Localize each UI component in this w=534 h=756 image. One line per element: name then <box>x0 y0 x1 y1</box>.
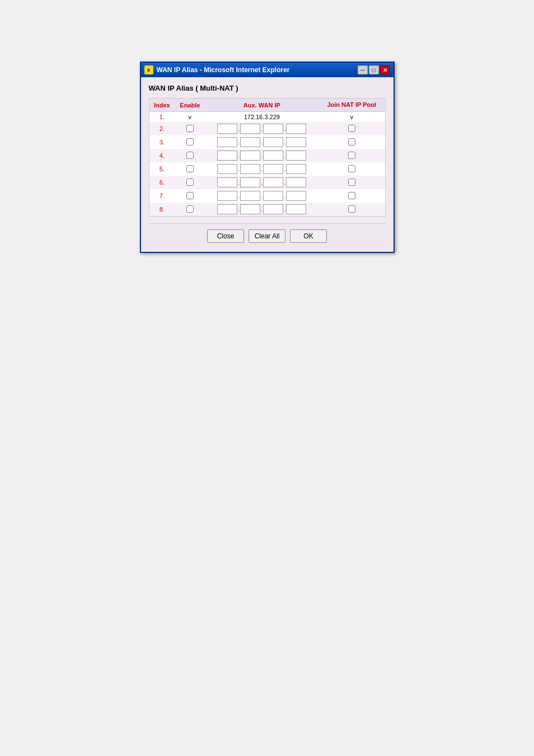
row3-octet2[interactable] <box>240 137 260 147</box>
window-title: WAN IP Alias - Microsoft Internet Explor… <box>157 66 290 74</box>
row7-octet4[interactable] <box>286 191 306 201</box>
row2-join <box>318 122 385 135</box>
window-icon: e <box>144 65 153 74</box>
row6-index: 6. <box>149 176 175 189</box>
row7-enable <box>175 189 205 203</box>
row4-octet3[interactable] <box>263 151 283 161</box>
row2-octet2[interactable] <box>240 124 260 134</box>
row6-enable <box>175 176 205 189</box>
row3-octet3[interactable] <box>263 137 283 147</box>
row5-enable <box>175 162 205 176</box>
row7-join <box>318 189 385 203</box>
row3-enable-checkbox[interactable] <box>186 138 194 145</box>
row6-octet2[interactable] <box>240 177 260 187</box>
row2-enable <box>175 122 205 135</box>
row1-ip: 172.16.3.229 <box>205 112 318 123</box>
row5-join-checkbox[interactable] <box>348 165 355 172</box>
row5-octet3[interactable] <box>263 164 283 174</box>
table-row-4: 4. . . . <box>149 149 385 162</box>
table-row-2: 2. . . . <box>149 122 385 135</box>
table-row-1: 1. v 172.16.3.229 v <box>149 112 385 123</box>
col-header-aux-wan-ip: Aux. WAN IP <box>205 98 318 112</box>
row4-enable-checkbox[interactable] <box>186 152 194 159</box>
row3-octet1[interactable] <box>217 137 237 147</box>
row7-enable-checkbox[interactable] <box>186 192 194 199</box>
row8-octet3[interactable] <box>263 204 283 214</box>
main-window: e WAN IP Alias - Microsoft Internet Expl… <box>140 62 395 253</box>
row6-join-checkbox[interactable] <box>348 179 355 186</box>
row2-index: 2. <box>149 122 175 135</box>
row3-join-checkbox[interactable] <box>348 138 355 145</box>
row3-octet4[interactable] <box>286 137 306 147</box>
row1-join: v <box>318 112 385 123</box>
row8-octet4[interactable] <box>286 204 306 214</box>
table-row-6: 6. . . . <box>149 176 385 189</box>
title-buttons: ─ □ ✕ <box>358 65 390 74</box>
row2-octet3[interactable] <box>263 124 283 134</box>
close-window-button[interactable]: ✕ <box>380 65 390 74</box>
row2-octet4[interactable] <box>286 124 306 134</box>
divider <box>149 223 386 224</box>
row5-octet2[interactable] <box>240 164 260 174</box>
row6-join <box>318 176 385 189</box>
section-title: WAN IP Alias ( Multi-NAT ) <box>149 84 386 92</box>
row8-octet1[interactable] <box>217 204 237 214</box>
row4-enable <box>175 149 205 162</box>
row8-enable-checkbox[interactable] <box>186 205 194 213</box>
row7-octet1[interactable] <box>217 191 237 201</box>
row4-octet2[interactable] <box>240 151 260 161</box>
row8-ip: . . . <box>205 203 318 216</box>
row7-octet3[interactable] <box>263 191 283 201</box>
row2-octet1[interactable] <box>217 124 237 134</box>
row7-octet2[interactable] <box>240 191 260 201</box>
maximize-button[interactable]: □ <box>369 65 379 74</box>
row3-index: 3. <box>149 135 175 149</box>
row8-octet2[interactable] <box>240 204 260 214</box>
table-row-5: 5. . . . <box>149 162 385 176</box>
row7-ip: . . . <box>205 189 318 203</box>
wan-ip-table: Index Enable Aux. WAN IP Join NAT IP Poo… <box>149 98 385 216</box>
minimize-button[interactable]: ─ <box>358 65 368 74</box>
row7-join-checkbox[interactable] <box>348 192 355 199</box>
row1-enable: v <box>175 112 205 123</box>
col-header-enable: Enable <box>175 98 205 112</box>
row8-join <box>318 203 385 216</box>
button-row: Close Clear All OK <box>149 229 386 243</box>
row8-join-checkbox[interactable] <box>348 205 355 213</box>
row6-ip: . . . <box>205 176 318 189</box>
row6-octet4[interactable] <box>286 177 306 187</box>
row3-enable <box>175 135 205 149</box>
row3-ip: . . . <box>205 135 318 149</box>
row4-join-checkbox[interactable] <box>348 152 355 159</box>
row4-join <box>318 149 385 162</box>
table-row-3: 3. . . . <box>149 135 385 149</box>
clear-all-button[interactable]: Clear All <box>249 229 285 243</box>
ok-button[interactable]: OK <box>290 229 327 243</box>
row6-enable-checkbox[interactable] <box>186 179 194 186</box>
close-button[interactable]: Close <box>207 229 244 243</box>
row4-index: 4. <box>149 149 175 162</box>
row8-enable <box>175 203 205 216</box>
row5-index: 5. <box>149 162 175 176</box>
row6-octet1[interactable] <box>217 177 237 187</box>
col-header-join-nat: Join NAT IP Pool <box>318 98 385 112</box>
row8-index: 8. <box>149 203 175 216</box>
row3-join <box>318 135 385 149</box>
row5-octet1[interactable] <box>217 164 237 174</box>
row4-octet4[interactable] <box>286 151 306 161</box>
row2-ip: . . . <box>205 122 318 135</box>
row1-index: 1. <box>149 112 175 123</box>
row2-enable-checkbox[interactable] <box>186 125 194 132</box>
window-content: WAN IP Alias ( Multi-NAT ) Index Enable … <box>141 77 394 252</box>
table-row-8: 8. . . . <box>149 203 385 216</box>
row2-join-checkbox[interactable] <box>348 125 355 132</box>
row5-enable-checkbox[interactable] <box>186 165 194 172</box>
title-bar: e WAN IP Alias - Microsoft Internet Expl… <box>141 63 394 77</box>
title-bar-left: e WAN IP Alias - Microsoft Internet Expl… <box>144 65 290 74</box>
row7-index: 7. <box>149 189 175 203</box>
row5-ip: . . . <box>205 162 318 176</box>
row6-octet3[interactable] <box>263 177 283 187</box>
row5-octet4[interactable] <box>286 164 306 174</box>
row4-octet1[interactable] <box>217 151 237 161</box>
table-container: Index Enable Aux. WAN IP Join NAT IP Poo… <box>149 98 386 217</box>
